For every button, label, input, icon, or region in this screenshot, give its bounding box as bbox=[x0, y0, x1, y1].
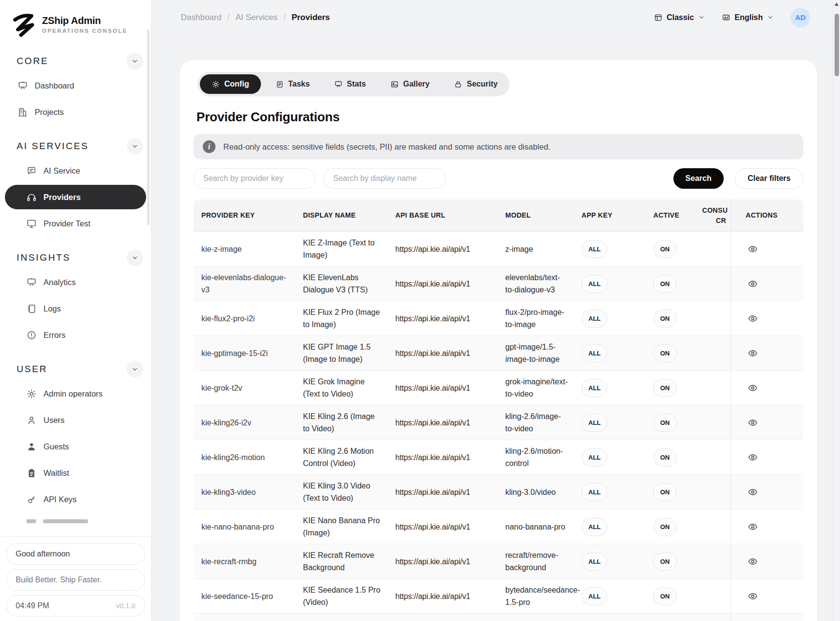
table-row: kie-kling26-i2v KIE Kling 2.6 (Image to … bbox=[194, 405, 803, 440]
app-key-badge: ALL bbox=[582, 483, 607, 501]
column-header-provider-key: PROVIDER KEY bbox=[194, 210, 297, 221]
cell-display-name: KIE GPT Image 1.5 (Image to Image) bbox=[297, 336, 389, 370]
sidebar-item[interactable]: Logs bbox=[5, 296, 146, 321]
cell-display-name: KIE Kling 3.0 Video (Text to Video) bbox=[297, 475, 389, 509]
view-details-button[interactable] bbox=[746, 311, 760, 326]
cell-api-base-url: https://api.kie.ai/api/v1 bbox=[389, 551, 499, 573]
display-name-search-input[interactable] bbox=[323, 168, 446, 189]
view-details-button[interactable] bbox=[746, 381, 760, 395]
cell-model: flux-2/pro-image-to-image bbox=[499, 301, 576, 335]
sidebar: ZShip Admin OPERATIONS CONSOLE CORE Dash… bbox=[0, 0, 151, 621]
nav-items-insights: Analytics Logs Errors bbox=[5, 270, 146, 347]
stats-icon bbox=[334, 80, 343, 89]
section-label: INSIGHTS bbox=[17, 252, 71, 263]
sidebar-item[interactable]: Errors bbox=[5, 323, 146, 347]
cell-api-base-url: https://api.kie.ai/api/v1 bbox=[389, 238, 499, 260]
cell-display-name: KIE ElevenLabs Dialogue V3 (TTS) bbox=[297, 266, 389, 301]
tab[interactable]: Gallery bbox=[381, 74, 439, 94]
sidebar-item[interactable]: Guests bbox=[5, 434, 146, 459]
cell-api-base-url: https://api.kie.ai/api/v1 bbox=[389, 446, 499, 468]
table-row: kie-recraft-rmbg KIE Recraft Remove Back… bbox=[194, 544, 803, 578]
topbar-controls: Classic English AD bbox=[654, 8, 810, 27]
section-header-insights: INSIGHTS bbox=[5, 247, 146, 268]
view-details-button[interactable] bbox=[746, 589, 760, 603]
sidebar-item-label: Providers bbox=[43, 193, 81, 202]
sidebar-item[interactable]: Waitlist bbox=[5, 461, 146, 485]
view-details-button[interactable] bbox=[746, 450, 760, 465]
admin-icon bbox=[26, 389, 37, 399]
tab[interactable]: Config bbox=[200, 74, 261, 94]
column-header-display-name: DISPLAY NAME bbox=[297, 210, 389, 221]
column-header-app-key: APP KEY bbox=[576, 210, 647, 221]
active-badge: ON bbox=[653, 379, 677, 397]
nav-section-ai-services: AI SERVICES AI Service Providers bbox=[5, 136, 146, 236]
table-row: kie-flux2-pro-i2i KIE Flux 2 Pro (Image … bbox=[194, 301, 803, 335]
view-details-button[interactable] bbox=[746, 554, 760, 569]
breadcrumb-item[interactable]: Dashboard bbox=[181, 13, 221, 22]
view-details-button[interactable] bbox=[746, 277, 760, 291]
tab[interactable]: Tasks bbox=[266, 74, 320, 94]
chevron-down-icon bbox=[131, 254, 139, 262]
sidebar-item[interactable]: Provider Test bbox=[5, 211, 146, 236]
eye-icon bbox=[748, 556, 758, 567]
breadcrumb-item[interactable]: Providers bbox=[278, 13, 330, 22]
cell-display-name: KIE Grok Imagine (Text to Video) bbox=[297, 371, 389, 405]
section-collapse-button[interactable] bbox=[127, 249, 143, 266]
page-scrollbar[interactable] bbox=[833, 0, 840, 621]
cell-consumes-credits-clipped bbox=[696, 348, 731, 358]
app-key-badge: ALL bbox=[582, 275, 607, 293]
sidebar-item-label: Provider Test bbox=[43, 219, 90, 228]
view-details-button[interactable] bbox=[746, 242, 760, 256]
section-collapse-button[interactable] bbox=[127, 361, 143, 377]
app-key-badge: ALL bbox=[582, 379, 607, 397]
cell-api-base-url: https://api.kie.ai/api/v1 bbox=[389, 412, 499, 434]
view-details-button[interactable] bbox=[746, 520, 760, 534]
view-details-button[interactable] bbox=[746, 416, 760, 430]
eye-icon bbox=[748, 452, 758, 463]
language-selector[interactable]: English bbox=[722, 13, 774, 22]
eye-icon bbox=[748, 313, 758, 324]
sidebar-item[interactable]: Dashboard bbox=[5, 73, 146, 98]
sidebar-item-label: Projects bbox=[35, 108, 64, 117]
section-collapse-button[interactable] bbox=[127, 53, 143, 69]
cell-consumes-credits-clipped bbox=[696, 452, 731, 462]
clear-filters-button[interactable]: Clear filters bbox=[735, 168, 803, 189]
cell-consumes-credits-clipped bbox=[696, 591, 731, 601]
sidebar-item[interactable]: Projects bbox=[5, 100, 146, 124]
cell-consumes-credits-clipped bbox=[696, 556, 731, 566]
column-header-active: ACTIVE bbox=[647, 210, 696, 221]
sidebar-item[interactable]: Analytics bbox=[5, 270, 146, 294]
view-details-button[interactable] bbox=[746, 346, 760, 360]
cell-model: z-image bbox=[499, 238, 576, 260]
sidebar-item[interactable]: Users bbox=[5, 408, 146, 432]
sidebar-item[interactable]: API Keys bbox=[5, 487, 146, 511]
cell-api-base-url: https://api.kie.ai/api/v1 bbox=[389, 481, 499, 503]
column-header-model: MODEL bbox=[499, 210, 576, 221]
active-badge: ON bbox=[653, 240, 677, 258]
sidebar-item-label: API Keys bbox=[43, 495, 77, 504]
sidebar-item[interactable]: AI Service bbox=[5, 158, 146, 183]
table-row: kie-kling26-motion KIE Kling 2.6 Motion … bbox=[194, 440, 803, 474]
breadcrumb-item[interactable]: AI Services bbox=[221, 13, 278, 22]
search-button[interactable]: Search bbox=[673, 168, 724, 189]
view-details-button[interactable] bbox=[746, 485, 760, 499]
cell-display-name: KIE Flux 2 Pro (Image to Image) bbox=[297, 301, 389, 335]
provider-key-search-input[interactable] bbox=[194, 168, 316, 189]
tab[interactable]: Stats bbox=[324, 74, 376, 94]
sidebar-scrollbar[interactable] bbox=[147, 29, 150, 225]
app-key-badge: ALL bbox=[582, 587, 607, 605]
sidebar-item-label: Users bbox=[43, 416, 65, 425]
scrollbar-thumb[interactable] bbox=[835, 14, 839, 76]
user-avatar[interactable]: AD bbox=[791, 8, 810, 27]
theme-selector[interactable]: Classic bbox=[654, 13, 705, 22]
sidebar-item[interactable]: Providers bbox=[5, 185, 146, 209]
scrollbar-up-arrow[interactable] bbox=[835, 2, 839, 6]
content-card: Config Tasks Stats Gallery Security Prov… bbox=[180, 60, 817, 621]
table-row: kie-elevenlabs-dialogue-v3 KIE ElevenLab… bbox=[194, 266, 803, 301]
section-collapse-button[interactable] bbox=[127, 138, 143, 155]
sidebar-item[interactable]: Admin operators bbox=[5, 381, 146, 406]
tab[interactable]: Security bbox=[444, 74, 507, 94]
section-header-core: CORE bbox=[5, 51, 146, 71]
errors-icon bbox=[26, 330, 37, 340]
sidebar-item-label: AI Service bbox=[43, 166, 80, 176]
